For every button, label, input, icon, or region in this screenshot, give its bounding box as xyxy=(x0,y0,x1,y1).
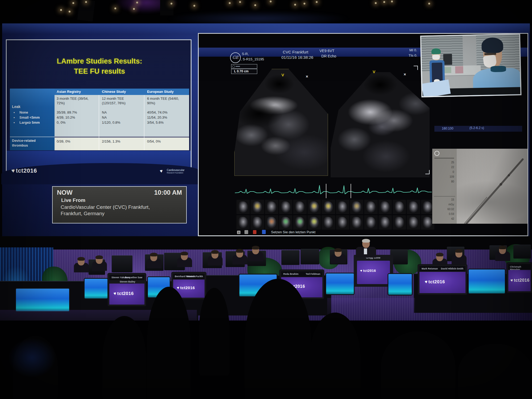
desk-monitor-back xyxy=(513,245,531,259)
thumb-doppler-color xyxy=(269,218,275,225)
echo-image-right xyxy=(331,72,430,177)
echo-clip-thumbnail[interactable] xyxy=(350,215,363,230)
followup-asian2: 72%) xyxy=(57,101,65,105)
desk-monitor-back xyxy=(281,250,300,265)
slide-panel: LAmbre Studies Results: TEE FU results A… xyxy=(6,39,192,184)
export-icon[interactable] xyxy=(262,230,266,234)
echo-clip-thumbnail[interactable] xyxy=(236,200,250,214)
leak-label: Leak xyxy=(12,105,20,109)
echo-site: CVC Frankfurt xyxy=(283,50,308,54)
xray-value: 22 xyxy=(451,166,454,169)
panelist-hair xyxy=(211,250,219,254)
measure-icon xyxy=(232,65,235,68)
echo-patient-id1: S-R, xyxy=(242,52,249,56)
echo-clip-thumbnail[interactable] xyxy=(322,215,335,230)
stage-light xyxy=(114,7,116,9)
panelist-hair xyxy=(334,248,342,252)
audience-head xyxy=(245,279,311,399)
speaker-hair xyxy=(362,239,370,243)
conference-hall-photo: LAmbre Studies Results: TEE FU results A… xyxy=(0,0,532,399)
surgeon-beanie xyxy=(481,37,503,53)
name-plate-strip: Bernhard Reimers Manish Parikh xyxy=(173,274,205,279)
echo-clip-thumbnail[interactable] xyxy=(293,200,306,214)
leak-row-asian: 4/39, 10.2% xyxy=(57,115,75,119)
stage-light xyxy=(383,1,385,3)
echo-clip-thumbnail[interactable] xyxy=(407,200,420,214)
status-message: Setzen Sie den letzten Punkt xyxy=(271,230,315,234)
echo-clip-thumbnail[interactable] xyxy=(251,200,264,214)
tct2016-logo: ♥tct2016 xyxy=(425,279,445,285)
now-location-line2: Frankfurt, Germany xyxy=(61,211,105,217)
tct2016-logo: ♥tct2016 xyxy=(11,167,37,174)
echo-clip-thumbnail[interactable] xyxy=(236,215,250,230)
desk-screen-blue xyxy=(85,279,107,298)
stage-light xyxy=(69,11,70,13)
leak-row-label: Small <5mm xyxy=(19,115,40,119)
thumb-echo-blob xyxy=(324,217,333,228)
panelist-hair xyxy=(95,255,103,259)
frame-cursor-line xyxy=(326,184,326,198)
trash-icon[interactable] xyxy=(244,230,248,234)
speaker-shirt xyxy=(364,248,367,254)
glove-dispenser xyxy=(443,54,452,65)
leak-row-bullet: • xyxy=(14,120,15,124)
truss-silhouette xyxy=(160,0,173,15)
echo-clip-thumbnail[interactable] xyxy=(407,215,420,230)
echo-clip-thumbnail[interactable] xyxy=(322,200,335,214)
echo-patient-id2: , S-R15_15195 xyxy=(241,57,264,61)
echo-clip-thumbnail[interactable] xyxy=(336,200,349,214)
table-col-divider xyxy=(144,95,144,150)
echo-clip-thumbnail[interactable] xyxy=(379,215,392,230)
echo-clip-thumbnail[interactable] xyxy=(364,200,377,214)
leak-row-bullet: • xyxy=(14,110,15,114)
measure-header-box xyxy=(231,64,257,69)
leak-row-european: 40/54, 74.0% xyxy=(147,110,168,114)
ge-logo: GE xyxy=(230,52,241,63)
panelist-hair xyxy=(436,253,443,256)
echo-clip-thumbnail[interactable] xyxy=(393,215,406,230)
echo-clip-thumbnail[interactable] xyxy=(307,215,321,230)
thumb-echo-blob xyxy=(267,201,276,212)
delete-icon[interactable] xyxy=(253,230,256,234)
echo-clip-thumbnail[interactable] xyxy=(279,200,292,214)
stage-light xyxy=(193,5,195,7)
stage-light xyxy=(270,1,272,2)
leak-row-label: None xyxy=(19,110,28,114)
echo-clip-thumbnail[interactable] xyxy=(393,200,406,214)
panelist-hair xyxy=(455,249,463,253)
tct2016-logo: ♥tct2016 xyxy=(510,278,530,283)
echo-clip-thumbnail[interactable] xyxy=(350,200,363,214)
frame-cursor-line xyxy=(351,184,351,198)
echo-clip-thumbnail[interactable] xyxy=(307,200,321,214)
panelist-name: Manish Parikh xyxy=(187,275,203,278)
tct2016-logo: ♥tct2016 xyxy=(114,291,134,296)
thumb-echo-blob xyxy=(380,217,390,228)
echo-clip-thumbnail[interactable] xyxy=(265,200,278,214)
echo-clip-thumbnail[interactable] xyxy=(251,215,264,230)
col-header-european: European Study xyxy=(147,90,174,94)
thumb-echo-blob xyxy=(295,201,305,212)
echo-clip-thumbnail[interactable] xyxy=(364,215,377,230)
xray-value: 109 xyxy=(450,175,454,178)
crf-logo: ♥ Cardiovascular Research Foundation xyxy=(160,168,194,176)
echo-clip-thumbnail[interactable] xyxy=(293,215,306,230)
echo-clip-thumbnail[interactable] xyxy=(336,215,349,230)
ecg-trace xyxy=(235,184,432,198)
nurse-mask xyxy=(433,55,440,60)
stage-light xyxy=(304,3,305,5)
toolbar-icon-a[interactable]: a xyxy=(237,231,240,234)
echo-clip-thumbnail[interactable] xyxy=(265,215,278,230)
surgeon-collar xyxy=(491,66,506,72)
thumb-echo-blob xyxy=(338,201,347,212)
or-supplies xyxy=(455,66,463,73)
stage-light xyxy=(85,1,87,3)
corner-bracket xyxy=(414,66,418,70)
echo-clip-thumbnail[interactable] xyxy=(279,215,292,230)
stage-light xyxy=(136,2,138,3)
now-location-line1: CardioVascular Center (CVC) Frankfurt, xyxy=(61,204,150,210)
echo-mi: MI 0. xyxy=(409,48,417,52)
now-label: NOW xyxy=(57,189,73,196)
echo-clip-thumbnail[interactable] xyxy=(379,200,392,214)
screen-top-blue-band xyxy=(2,23,530,34)
tct2016-logo: ♥tct2016 xyxy=(177,285,195,290)
